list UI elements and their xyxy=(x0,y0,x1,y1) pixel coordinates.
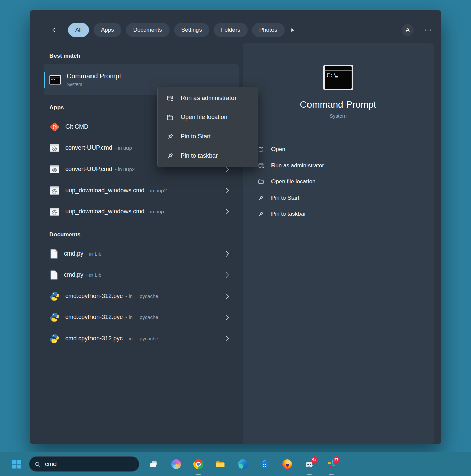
filters-overflow-icon[interactable] xyxy=(291,28,295,32)
action-run-as-administrator[interactable]: Run as administrator xyxy=(243,158,434,174)
result-location: - in Lib xyxy=(86,251,101,257)
best-match-title: Command Prompt xyxy=(67,72,121,80)
best-match-subtitle: System xyxy=(67,82,121,87)
python-icon xyxy=(49,291,60,301)
menu-item-open-file-location[interactable]: Open file location xyxy=(158,108,258,127)
action-open[interactable]: Open xyxy=(243,141,434,158)
result-title: cmd.cpython-312.pyc xyxy=(65,293,123,300)
chevron-right-icon[interactable] xyxy=(226,209,229,215)
task-view-icon xyxy=(149,460,158,469)
chrome-icon xyxy=(193,459,203,469)
filter-tab-folders[interactable]: Folders xyxy=(214,23,248,37)
action-label: Pin to Start xyxy=(271,195,299,201)
taskbar-edge-button[interactable] xyxy=(236,457,249,471)
result-location: - in __pycache__ xyxy=(125,336,164,341)
back-button[interactable] xyxy=(49,24,61,36)
cmd-file-icon xyxy=(49,164,60,174)
edge-icon xyxy=(238,459,248,469)
document-result-row[interactable]: cmd.cpython-312.pyc- in __pycache__ xyxy=(44,328,239,349)
menu-item-pin-to-taskbar[interactable]: Pin to taskbar xyxy=(158,146,258,165)
taskbar-search-input[interactable] xyxy=(45,461,122,468)
filter-bar: All Apps Documents Settings Folders Phot… xyxy=(45,22,434,38)
app-result-row[interactable]: uup_download_windows.cmd- in uup2 xyxy=(44,180,239,201)
document-result-row[interactable]: cmd.cpython-312.pyc- in __pycache__ xyxy=(44,285,239,307)
taskbar-discord-button[interactable]: 9+ xyxy=(302,457,316,471)
action-label: Open xyxy=(271,146,285,153)
pin-icon xyxy=(166,133,174,140)
running-indicator xyxy=(307,474,312,475)
notification-badge: 9+ xyxy=(311,456,318,463)
filter-tab-photos[interactable]: Photos xyxy=(252,23,285,37)
app-result-row[interactable]: uup_download_windows.cmd- in uup xyxy=(44,201,239,222)
more-options-button[interactable] xyxy=(422,24,434,36)
menu-item-label: Pin to Start xyxy=(181,133,211,140)
document-result-row[interactable]: cmd.cpython-312.pyc- in __pycache__ xyxy=(44,307,239,328)
action-pin-to-start[interactable]: Pin to Start xyxy=(243,190,434,206)
folder-icon xyxy=(258,178,264,185)
result-location: - in __pycache__ xyxy=(125,293,164,299)
taskbar-chrome-button[interactable] xyxy=(191,457,205,471)
menu-item-run-as-administrator[interactable]: Run as administrator xyxy=(158,89,258,108)
taskbar-store-button[interactable] xyxy=(258,457,271,471)
result-location: - in uup xyxy=(115,145,132,151)
taskbar-file-explorer-button[interactable] xyxy=(214,457,227,471)
document-result-row[interactable]: cmd.py- in Lib xyxy=(44,264,239,285)
notification-badge: 27 xyxy=(333,456,340,463)
menu-item-label: Open file location xyxy=(181,114,227,121)
taskbar: 9+ 27 xyxy=(0,452,471,476)
account-avatar[interactable]: A xyxy=(402,24,414,36)
documents-heading: Documents xyxy=(49,231,239,238)
taskbar-copilot-button[interactable] xyxy=(169,457,183,471)
python-icon xyxy=(49,334,60,344)
taskbar-slack-button[interactable]: 27 xyxy=(325,457,338,471)
action-label: Pin to taskbar xyxy=(271,211,306,217)
menu-item-pin-to-start[interactable]: Pin to Start xyxy=(158,127,258,146)
chevron-right-icon[interactable] xyxy=(226,314,229,320)
git-icon xyxy=(49,122,60,132)
filter-tab-settings[interactable]: Settings xyxy=(174,23,209,37)
command-prompt-icon xyxy=(243,64,434,91)
start-button[interactable] xyxy=(9,456,24,472)
chevron-right-icon[interactable] xyxy=(226,188,229,194)
chevron-right-icon[interactable] xyxy=(226,336,229,342)
preview-panel: Command Prompt System Open Run as admini… xyxy=(243,43,434,444)
filter-tab-all[interactable]: All xyxy=(68,23,89,37)
result-title: convert-UUP.cmd xyxy=(65,166,112,173)
file-explorer-icon xyxy=(215,459,225,469)
chevron-right-icon[interactable] xyxy=(226,251,229,257)
preview-actions: Open Run as administrator Open file loca… xyxy=(243,141,434,222)
windows-start-icon xyxy=(11,459,22,469)
taskbar-search[interactable] xyxy=(29,456,139,472)
menu-item-label: Pin to taskbar xyxy=(181,152,218,159)
pin-icon xyxy=(166,152,174,160)
result-location: - in Lib xyxy=(86,272,101,278)
result-title: uup_download_windows.cmd xyxy=(65,208,144,215)
open-icon xyxy=(258,146,264,153)
menu-item-label: Run as administrator xyxy=(181,95,237,102)
action-pin-to-taskbar[interactable]: Pin to taskbar xyxy=(243,206,434,222)
action-label: Run as administrator xyxy=(271,162,324,169)
taskbar-task-view-button[interactable] xyxy=(147,457,160,471)
preview-title: Command Prompt xyxy=(243,99,434,110)
command-prompt-icon xyxy=(49,75,61,85)
document-result-row[interactable]: cmd.py- in Lib xyxy=(44,243,239,264)
filter-tab-documents[interactable]: Documents xyxy=(126,23,170,37)
taskbar-firefox-button[interactable] xyxy=(280,457,294,471)
document-icon xyxy=(49,249,58,259)
folder-icon xyxy=(166,114,174,121)
context-menu: Run as administrator Open file location … xyxy=(157,87,258,167)
running-indicator xyxy=(329,474,334,475)
preview-subtitle: System xyxy=(243,113,434,119)
action-open-file-location[interactable]: Open file location xyxy=(243,174,434,190)
chevron-right-icon[interactable] xyxy=(226,293,229,299)
result-title: cmd.cpython-312.pyc xyxy=(65,335,123,342)
filter-tab-apps[interactable]: Apps xyxy=(94,23,121,37)
running-indicator xyxy=(196,474,201,475)
admin-shield-icon xyxy=(258,162,264,169)
copilot-icon xyxy=(171,459,181,469)
chevron-right-icon[interactable] xyxy=(226,272,229,278)
result-title: cmd.cpython-312.pyc xyxy=(65,314,123,321)
document-icon xyxy=(49,270,58,280)
best-match-heading: Best match xyxy=(49,52,239,60)
result-location: - in uup xyxy=(147,209,164,214)
